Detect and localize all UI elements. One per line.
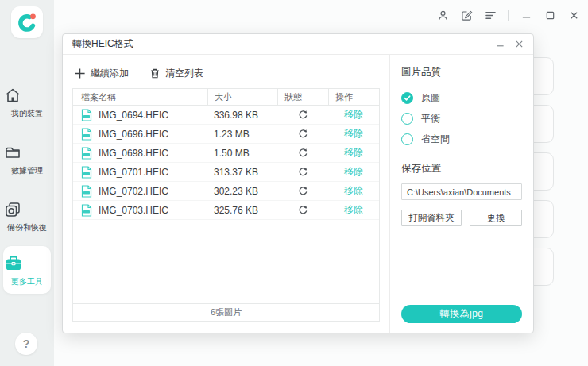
quality-option-original[interactable]: 原圖 bbox=[401, 87, 522, 108]
sidebar-item-backup-restore[interactable]: 備份和恢復 bbox=[3, 200, 51, 233]
sidebar-item-label: 我的裝置 bbox=[11, 109, 43, 118]
help-label: ? bbox=[23, 337, 30, 350]
file-name: IMG_0698.HEIC bbox=[99, 148, 168, 159]
file-size: 1.23 MB bbox=[207, 125, 277, 143]
remove-file-link[interactable]: 移除 bbox=[344, 108, 363, 121]
file-size: 313.37 KB bbox=[207, 163, 277, 181]
quality-option-label: 省空間 bbox=[421, 133, 450, 146]
titlebar-separator bbox=[508, 10, 509, 21]
dialog-toolbar: 繼續添加 清空列表 bbox=[74, 63, 380, 83]
refresh-icon bbox=[298, 167, 308, 177]
radio-unchecked-icon bbox=[401, 113, 413, 125]
refresh-icon bbox=[298, 205, 308, 215]
header-action: 操作 bbox=[328, 89, 379, 105]
heic-file-icon bbox=[81, 185, 92, 198]
quality-option-label: 平衡 bbox=[421, 112, 440, 125]
file-size: 1.50 MB bbox=[207, 144, 277, 162]
header-size: 大小 bbox=[207, 89, 277, 105]
folder-icon bbox=[3, 143, 51, 162]
refresh-icon bbox=[298, 186, 308, 196]
table-header: 檔案名稱 大小 狀態 操作 bbox=[73, 89, 379, 106]
refresh-icon bbox=[298, 110, 308, 120]
sidebar-item-label: 數據管理 bbox=[11, 166, 43, 175]
clear-list-button[interactable]: 清空列表 bbox=[149, 67, 203, 80]
table-row: IMG_0702.HEIC 302.23 KB 移除 bbox=[73, 182, 379, 201]
sidebar-item-my-device[interactable]: 我的裝置 bbox=[3, 86, 51, 119]
header-status: 狀態 bbox=[277, 89, 328, 105]
file-name: IMG_0702.HEIC bbox=[99, 186, 168, 197]
change-location-button[interactable]: 更換 bbox=[470, 210, 522, 226]
convert-to-jpg-button[interactable]: 轉換為jpg bbox=[401, 305, 522, 323]
heic-file-icon bbox=[81, 166, 92, 179]
remove-file-link[interactable]: 移除 bbox=[344, 203, 363, 217]
help-button[interactable]: ? bbox=[15, 333, 37, 355]
open-folder-button[interactable]: 打開資料夾 bbox=[401, 210, 462, 226]
file-size: 302.23 KB bbox=[207, 182, 277, 200]
minimize-icon[interactable] bbox=[520, 9, 532, 21]
account-icon[interactable] bbox=[436, 9, 449, 21]
file-name: IMG_0701.HEIC bbox=[99, 167, 168, 178]
sidebar-item-data-management[interactable]: 數據管理 bbox=[3, 143, 51, 176]
sidebar-item-more-tools[interactable]: 更多工具 bbox=[3, 246, 51, 294]
table-row: IMG_0696.HEIC 1.23 MB 移除 bbox=[73, 125, 379, 144]
close-icon[interactable] bbox=[567, 9, 580, 21]
app-logo[interactable] bbox=[11, 6, 43, 38]
trash-icon bbox=[149, 67, 161, 79]
heic-file-icon bbox=[81, 128, 92, 141]
quality-option-space-saving[interactable]: 省空間 bbox=[401, 129, 522, 149]
backup-icon bbox=[3, 200, 51, 219]
file-name: IMG_0696.HEIC bbox=[99, 129, 168, 140]
convert-heic-dialog: 轉換HEIC格式 繼續添加 bbox=[62, 33, 534, 333]
sidebar-item-label: 更多工具 bbox=[11, 277, 43, 286]
clear-list-label: 清空列表 bbox=[165, 67, 203, 80]
remove-file-link[interactable]: 移除 bbox=[344, 184, 363, 198]
window-titlebar-icons bbox=[436, 9, 580, 21]
header-file-name: 檔案名稱 bbox=[73, 91, 207, 103]
table-row: IMG_0703.HEIC 325.76 KB 移除 bbox=[73, 201, 379, 220]
dialog-titlebar: 轉換HEIC格式 bbox=[63, 34, 533, 55]
remove-file-link[interactable]: 移除 bbox=[344, 165, 363, 179]
sidebar-item-label: 備份和恢復 bbox=[7, 223, 47, 232]
plus-icon bbox=[74, 67, 86, 79]
quality-title: 圖片品質 bbox=[401, 66, 522, 79]
maximize-icon[interactable] bbox=[544, 9, 556, 21]
refresh-icon bbox=[298, 129, 308, 139]
remove-file-link[interactable]: 移除 bbox=[344, 127, 363, 141]
file-status bbox=[277, 106, 328, 124]
heic-file-icon bbox=[81, 147, 92, 160]
toolbox-icon bbox=[3, 254, 51, 273]
table-row: IMG_0701.HEIC 313.37 KB 移除 bbox=[73, 163, 379, 182]
radio-checked-icon bbox=[401, 92, 413, 104]
file-status bbox=[277, 201, 328, 219]
menu-icon[interactable] bbox=[484, 9, 497, 21]
dialog-close-icon[interactable] bbox=[511, 37, 527, 52]
panel-spacer bbox=[401, 226, 522, 305]
file-name: IMG_0703.HEIC bbox=[99, 205, 168, 216]
file-size: 336.98 KB bbox=[207, 106, 277, 124]
table-row: IMG_0694.HEIC 336.98 KB 移除 bbox=[73, 106, 379, 125]
file-status bbox=[277, 163, 328, 181]
file-table: 檔案名稱 大小 狀態 操作 bbox=[72, 88, 380, 322]
table-row: IMG_0698.HEIC 1.50 MB 移除 bbox=[73, 144, 379, 163]
file-status bbox=[277, 144, 328, 162]
heic-file-icon bbox=[81, 109, 92, 121]
file-name: IMG_0694.HEIC bbox=[99, 110, 168, 121]
app-logo-icon bbox=[17, 12, 37, 33]
file-size: 325.76 KB bbox=[207, 201, 277, 219]
quality-option-balanced[interactable]: 平衡 bbox=[401, 108, 522, 129]
feedback-icon[interactable] bbox=[460, 9, 473, 21]
save-location-input[interactable] bbox=[401, 183, 522, 200]
table-rows: IMG_0694.HEIC 336.98 KB 移除 bbox=[73, 106, 379, 303]
home-icon bbox=[3, 86, 51, 105]
sidebar: 我的裝置 數據管理 備份和恢復 更多工具 bbox=[0, 0, 54, 366]
file-count-footer: 6張圖片 bbox=[73, 303, 379, 321]
dialog-minimize-icon[interactable] bbox=[492, 37, 508, 52]
save-location-title: 保存位置 bbox=[401, 162, 522, 175]
heic-file-icon bbox=[81, 204, 92, 217]
refresh-icon bbox=[298, 148, 308, 158]
quality-option-label: 原圖 bbox=[421, 91, 440, 105]
remove-file-link[interactable]: 移除 bbox=[344, 146, 363, 160]
file-list-section: 繼續添加 清空列表 檔案名稱 大小 狀態 操作 bbox=[63, 55, 390, 333]
add-files-button[interactable]: 繼續添加 bbox=[74, 67, 129, 80]
dialog-title: 轉換HEIC格式 bbox=[72, 37, 133, 51]
